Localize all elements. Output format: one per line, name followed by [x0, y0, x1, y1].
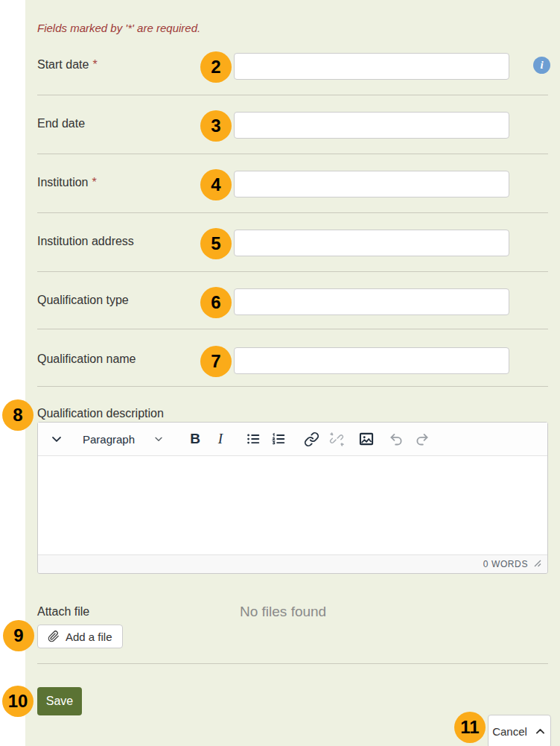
row-divider — [37, 386, 548, 387]
required-marker: * — [92, 58, 97, 71]
numbered-list-icon[interactable] — [266, 426, 291, 452]
qualification-type-label: Qualification type — [37, 294, 129, 307]
bullet-list-icon[interactable] — [241, 426, 266, 452]
no-files-found-text: No files found — [240, 604, 326, 620]
start-date-input[interactable] — [234, 53, 509, 80]
paragraph-format-dropdown[interactable]: Paragraph — [83, 433, 165, 446]
insert-image-icon[interactable] — [354, 426, 379, 452]
row-divider — [37, 663, 548, 664]
undo-icon[interactable] — [384, 426, 409, 452]
insert-link-icon[interactable] — [299, 426, 324, 452]
annotation-badge-7: 7 — [200, 346, 232, 377]
editor-toolbar: Paragraph B I — [38, 423, 547, 456]
end-date-input[interactable] — [234, 112, 509, 139]
institution-label: Institution* — [37, 176, 97, 189]
annotated-form-page: Fields marked by '*' are required. Start… — [0, 0, 560, 746]
institution-address-input[interactable] — [234, 230, 509, 256]
toolbar-more-chevron-down-icon[interactable] — [44, 426, 69, 452]
annotation-badge-10: 10 — [2, 686, 34, 717]
editor-status-bar: 0 WORDS — [38, 554, 547, 573]
cancel-label: Cancel — [492, 725, 527, 738]
annotation-badge-5: 5 — [200, 228, 232, 259]
cancel-button[interactable]: Cancel — [488, 715, 551, 746]
annotation-badge-11: 11 — [454, 712, 486, 743]
start-date-label: Start date* — [37, 58, 98, 72]
word-count: 0 WORDS — [483, 559, 528, 569]
add-a-file-label: Add a file — [66, 630, 112, 643]
paragraph-format-label: Paragraph — [83, 433, 135, 446]
qualification-description-label: Qualification description — [37, 407, 164, 420]
info-icon[interactable]: i — [533, 57, 550, 74]
chevron-up-icon — [534, 725, 547, 738]
annotation-badge-2: 2 — [200, 51, 232, 83]
row-divider — [37, 154, 548, 154]
remove-link-icon[interactable] — [324, 426, 349, 452]
row-divider — [37, 271, 548, 272]
attach-file-label: Attach file — [37, 605, 89, 619]
redo-icon[interactable] — [409, 426, 434, 452]
annotation-badge-8: 8 — [2, 399, 34, 431]
editor-resize-handle-icon[interactable] — [533, 559, 543, 569]
end-date-label: End date — [37, 117, 85, 130]
institution-input[interactable] — [234, 171, 509, 197]
required-fields-note: Fields marked by '*' are required. — [37, 22, 200, 34]
chevron-down-icon — [153, 433, 165, 445]
row-divider — [37, 95, 548, 95]
qualification-type-input[interactable] — [234, 288, 509, 315]
row-divider — [37, 212, 548, 213]
editor-content-area[interactable] — [38, 456, 547, 554]
annotation-badge-4: 4 — [200, 169, 232, 200]
rich-text-editor: Paragraph B I — [37, 422, 548, 574]
paperclip-icon — [48, 630, 60, 642]
row-divider — [37, 329, 548, 329]
required-marker: * — [92, 176, 96, 189]
annotation-badge-9: 9 — [3, 620, 34, 651]
qualification-name-input[interactable] — [234, 347, 509, 374]
save-button[interactable]: Save — [37, 687, 82, 715]
annotation-badge-6: 6 — [200, 287, 232, 318]
italic-icon[interactable]: I — [208, 426, 233, 452]
annotation-badge-3: 3 — [200, 110, 232, 142]
add-a-file-button[interactable]: Add a file — [37, 625, 123, 648]
qualification-name-label: Qualification name — [37, 353, 136, 366]
institution-address-label: Institution address — [37, 235, 134, 248]
bold-icon[interactable]: B — [182, 426, 208, 452]
